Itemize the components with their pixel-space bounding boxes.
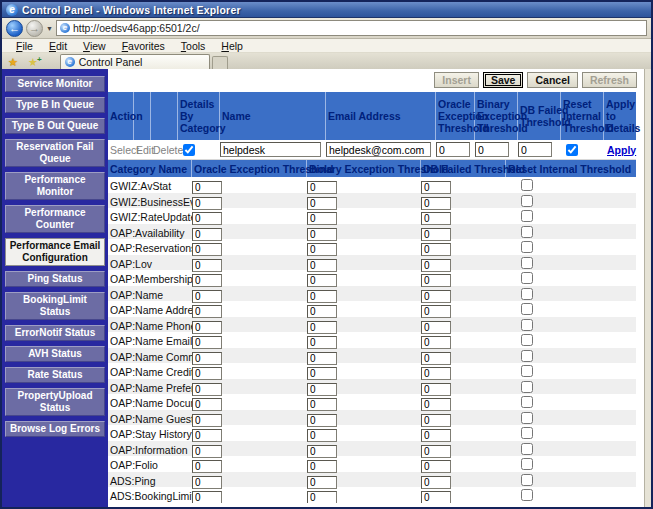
email-address-input[interactable]	[326, 142, 431, 157]
category-name: OAP:Availability	[108, 227, 192, 239]
reset-internal-checkbox[interactable]	[521, 241, 533, 253]
sidebar-item-performance-monitor[interactable]: Performance Monitor	[5, 172, 105, 200]
menu-help[interactable]: Help	[213, 40, 251, 52]
sidebar-item-performance-counter[interactable]: Performance Counter	[5, 205, 105, 233]
reset-internal-checkbox[interactable]	[521, 334, 533, 346]
col-cat-oracle-threshold: Oracle Exception Threshold	[192, 160, 307, 177]
menu-edit[interactable]: Edit	[41, 40, 75, 52]
category-name: GWIZ:BusinessEvent	[108, 196, 192, 208]
email-table-row: Select Edit Delete Apply	[108, 140, 636, 160]
sidebar-item-service-monitor[interactable]: Service Monitor	[5, 76, 105, 92]
category-name: OAP:Name Comment	[108, 351, 192, 363]
reset-internal-checkbox[interactable]	[521, 412, 533, 424]
back-button[interactable]: ←	[6, 20, 23, 37]
reset-internal-checkbox[interactable]	[521, 458, 533, 470]
add-favorite-icon[interactable]: ★+	[24, 55, 42, 69]
category-name: GWIZ:RateUpdate	[108, 211, 192, 223]
oracle-threshold-input[interactable]	[436, 142, 470, 157]
reset-internal-checkbox[interactable]	[521, 257, 533, 269]
col-oracle-threshold: Oracle Exception Threshold	[436, 92, 475, 140]
table-row: GWIZ:BusinessEvent	[108, 193, 636, 209]
category-name: OAP:Stay History	[108, 428, 192, 440]
details-by-category-checkbox[interactable]	[183, 144, 195, 156]
col-apply-to-details: Apply to Details	[604, 92, 636, 140]
title-bar: e Control Panel - Windows Internet Explo…	[2, 2, 651, 18]
sidebar-item-errornotif-status[interactable]: ErrorNotif Status	[5, 325, 105, 341]
reset-internal-checkbox[interactable]	[521, 319, 533, 331]
new-tab-stub[interactable]	[212, 56, 228, 69]
reset-internal-checkbox[interactable]	[521, 210, 533, 222]
reset-internal-checkbox[interactable]	[521, 195, 533, 207]
sidebar-item-type-b-in-queue[interactable]: Type B In Queue	[5, 97, 105, 113]
reset-internal-checkbox[interactable]	[521, 303, 533, 315]
oracle-threshold-input[interactable]	[192, 491, 222, 503]
apply-link[interactable]: Apply	[604, 144, 636, 156]
menu-tools[interactable]: Tools	[173, 40, 214, 52]
tab-bar: ★ ★+ e Control Panel	[2, 53, 651, 69]
category-name: OAP:Name Email	[108, 335, 192, 347]
category-name: ADS:BookingLimit	[108, 490, 192, 502]
sidebar-item-bookinglimit-status[interactable]: BookingLimit Status	[5, 292, 105, 320]
table-row: GWIZ:AvStat	[108, 177, 636, 193]
table-row: GWIZ:RateUpdate	[108, 208, 636, 224]
page-icon: e	[60, 23, 70, 33]
reset-internal-checkbox[interactable]	[521, 226, 533, 238]
name-input[interactable]	[220, 142, 321, 157]
category-name: OAP:Reservations	[108, 242, 192, 254]
col-cat-db-failed-threshold: DB Failed Threshold	[421, 160, 506, 177]
browser-window: e Control Panel - Windows Internet Explo…	[0, 0, 653, 509]
reset-internal-checkbox[interactable]	[521, 489, 533, 501]
action-bar: Insert Save Cancel Refresh	[108, 69, 651, 92]
address-bar[interactable]: e http://oedsv46app:6501/2c/	[56, 20, 647, 36]
reset-internal-checkbox[interactable]	[521, 288, 533, 300]
table-row: OAP:Name Documents	[108, 394, 636, 410]
binary-threshold-input[interactable]	[475, 142, 509, 157]
forward-button[interactable]: →	[26, 20, 43, 37]
sidebar-item-rate-status[interactable]: Rate Status	[5, 367, 105, 383]
table-row: OAP:Information	[108, 441, 636, 457]
db-failed-threshold-input[interactable]	[518, 142, 552, 157]
db-failed-threshold-input[interactable]	[421, 491, 451, 503]
sidebar-item-propertyupload-status[interactable]: PropertyUpload Status	[5, 388, 105, 416]
tab-title: Control Panel	[79, 56, 143, 68]
menu-favorites[interactable]: Favorites	[114, 40, 173, 52]
reset-internal-checkbox[interactable]	[521, 350, 533, 362]
col-spacer-1	[134, 92, 151, 140]
reset-internal-checkbox[interactable]	[521, 381, 533, 393]
category-name: OAP:Name Documents	[108, 397, 192, 409]
vertical-scrollbar[interactable]	[644, 69, 651, 507]
col-cat-binary-threshold: Binary Exception Threshold	[307, 160, 421, 177]
sidebar-item-type-b-out-queue[interactable]: Type B Out Queue	[5, 118, 105, 134]
sidebar-item-avh-status[interactable]: AVH Status	[5, 346, 105, 362]
sidebar-item-browse-log-errors[interactable]: Browse Log Errors	[5, 421, 105, 437]
navigation-bar: ← → ▼ e http://oedsv46app:6501/2c/	[2, 18, 651, 39]
menu-view[interactable]: View	[75, 40, 114, 52]
favorites-star-icon[interactable]: ★	[4, 55, 22, 69]
reset-internal-checkbox[interactable]	[521, 443, 533, 455]
tab-control-panel[interactable]: e Control Panel	[60, 54, 210, 69]
cancel-button[interactable]: Cancel	[527, 72, 577, 88]
reset-internal-checkbox[interactable]	[521, 272, 533, 284]
binary-threshold-input[interactable]	[307, 491, 337, 503]
refresh-button[interactable]: Refresh	[582, 72, 637, 88]
col-reset-internal-threshold: Reset Internal Threshold	[561, 92, 604, 140]
menu-file[interactable]: File	[8, 40, 41, 52]
category-name: OAP:Folio	[108, 459, 192, 471]
reset-internal-checkbox[interactable]	[521, 396, 533, 408]
insert-button[interactable]: Insert	[434, 72, 479, 88]
col-action: Action	[108, 92, 134, 140]
url-text[interactable]: http://oedsv46app:6501/2c/	[73, 22, 200, 34]
email-table-header: Action Details By Category Name Email Ad…	[108, 92, 636, 140]
sidebar-item-ping-status[interactable]: Ping Status	[5, 271, 105, 287]
reset-internal-checkbox[interactable]	[566, 144, 578, 156]
sidebar-item-reservation-fail-queue[interactable]: Reservation Fail Queue	[5, 139, 105, 167]
table-row: ADS:Ping	[108, 472, 636, 488]
save-button[interactable]: Save	[483, 72, 524, 88]
reset-internal-checkbox[interactable]	[521, 365, 533, 377]
reset-internal-checkbox[interactable]	[521, 179, 533, 191]
history-dropdown-icon[interactable]: ▼	[46, 25, 53, 32]
reset-internal-checkbox[interactable]	[521, 427, 533, 439]
reset-internal-checkbox[interactable]	[521, 474, 533, 486]
table-row: OAP:Stay History	[108, 425, 636, 441]
sidebar-item-performance-email-configuration[interactable]: Performance Email Configuration	[5, 238, 105, 266]
